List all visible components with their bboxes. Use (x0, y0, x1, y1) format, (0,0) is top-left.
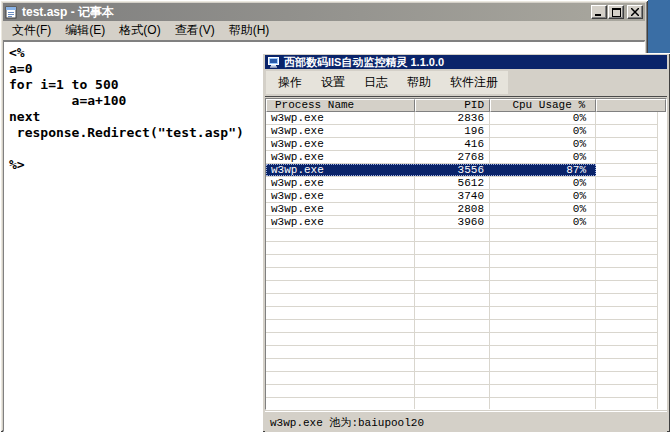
process-name-cell: w3wp.exe (266, 138, 415, 150)
process-pid-cell: 2836 (415, 112, 490, 124)
close-button[interactable] (627, 5, 643, 19)
process-row[interactable]: w3wp.exe 2768 0% (266, 151, 658, 164)
process-name-cell: w3wp.exe (266, 164, 415, 176)
process-pid-cell: 2808 (415, 203, 490, 215)
process-cpu-cell: 0% (490, 177, 596, 189)
process-cpu-cell: 0% (490, 203, 596, 215)
process-cpu-cell: 0% (490, 138, 596, 150)
process-row[interactable]: w3wp.exe 2836 0% (266, 112, 658, 125)
monitor-menu-item[interactable]: 帮助 (401, 71, 437, 94)
process-listview[interactable]: Process Name PID Cpu Usage % w3wp.exe 28… (265, 98, 667, 410)
monitor-window: 西部数码IIS自动监控精灵 1.1.0.0 操作设置日志帮助软件注册 Proce… (262, 53, 670, 432)
process-name-cell: w3wp.exe (266, 190, 415, 202)
process-row[interactable]: w3wp.exe 2808 0% (266, 203, 658, 216)
process-pid-cell: 416 (415, 138, 490, 150)
notepad-menu-item[interactable]: 查看(V) (168, 20, 222, 41)
process-cpu-cell: 0% (490, 190, 596, 202)
monitor-menu-item[interactable]: 操作 (272, 71, 308, 94)
desktop: test.asp - 记事本 (0, 0, 670, 432)
process-row[interactable]: w3wp.exe 5612 0% (266, 177, 658, 190)
process-name-cell: w3wp.exe (266, 203, 415, 215)
notepad-menu-item[interactable]: 文件(F) (5, 20, 58, 41)
process-pid-cell: 3740 (415, 190, 490, 202)
notepad-document-icon (5, 6, 18, 19)
process-name-cell: w3wp.exe (266, 151, 415, 163)
notepad-window-title: test.asp - 记事本 (22, 4, 114, 21)
process-pid-cell: 3556 (415, 164, 490, 176)
maximize-button[interactable] (608, 5, 624, 19)
process-row[interactable]: w3wp.exe 196 0% (266, 125, 658, 138)
notepad-menu-item[interactable]: 编辑(E) (58, 20, 112, 41)
process-pid-cell: 3960 (415, 216, 490, 228)
monitor-menu-item[interactable]: 软件注册 (444, 71, 504, 94)
process-rows: w3wp.exe 2836 0% w3wp.exe 196 0% w3wp.ex… (266, 112, 666, 229)
process-cpu-cell: 87% (490, 164, 596, 176)
process-cpu-cell: 0% (490, 112, 596, 124)
process-name-cell: w3wp.exe (266, 112, 415, 124)
minimize-icon (595, 8, 603, 16)
notepad-menu-item[interactable]: 帮助(H) (222, 20, 277, 41)
process-name-cell: w3wp.exe (266, 125, 415, 137)
status-text: w3wp.exe 池为:baiupool20 (270, 415, 424, 430)
process-row[interactable]: w3wp.exe 3740 0% (266, 190, 658, 203)
process-row[interactable]: w3wp.exe 416 0% (266, 138, 658, 151)
listview-header: Process Name PID Cpu Usage % (266, 99, 666, 112)
notepad-menubar: 文件(F)编辑(E)格式(O)查看(V)帮助(H) (3, 21, 645, 41)
process-pid-cell: 196 (415, 125, 490, 137)
process-cpu-cell: 0% (490, 125, 596, 137)
process-name-cell: w3wp.exe (266, 216, 415, 228)
process-cpu-cell: 0% (490, 151, 596, 163)
process-name-cell: w3wp.exe (266, 177, 415, 189)
monitor-menu-band: 操作设置日志帮助软件注册 (266, 71, 508, 94)
process-row[interactable]: w3wp.exe 3960 0% (266, 216, 658, 229)
app-monitor-icon (268, 57, 280, 68)
notepad-titlebar[interactable]: test.asp - 记事本 (3, 3, 645, 21)
maximize-icon (612, 8, 621, 17)
column-header-cpu-usage[interactable]: Cpu Usage % (490, 99, 596, 112)
notepad-menu-item[interactable]: 格式(O) (112, 20, 167, 41)
close-icon (631, 8, 639, 16)
listview-gridlines (266, 229, 658, 409)
minimize-button[interactable] (591, 5, 607, 19)
monitor-statusbar: w3wp.exe 池为:baiupool20 (265, 411, 667, 432)
monitor-titlebar[interactable]: 西部数码IIS自动监控精灵 1.1.0.0 (265, 55, 667, 69)
column-header-empty (596, 99, 666, 112)
monitor-menu-item[interactable]: 设置 (315, 71, 351, 94)
monitor-menubar: 操作设置日志帮助软件注册 (265, 69, 667, 97)
process-pid-cell: 2768 (415, 151, 490, 163)
column-header-pid[interactable]: PID (415, 99, 490, 112)
monitor-menu-item[interactable]: 日志 (358, 71, 394, 94)
process-cpu-cell: 0% (490, 216, 596, 228)
column-header-process-name[interactable]: Process Name (266, 99, 415, 112)
process-pid-cell: 5612 (415, 177, 490, 189)
monitor-window-title: 西部数码IIS自动监控精灵 1.1.0.0 (284, 55, 444, 70)
process-row[interactable]: w3wp.exe 3556 87% (266, 164, 658, 177)
notepad-window-controls (590, 5, 643, 19)
